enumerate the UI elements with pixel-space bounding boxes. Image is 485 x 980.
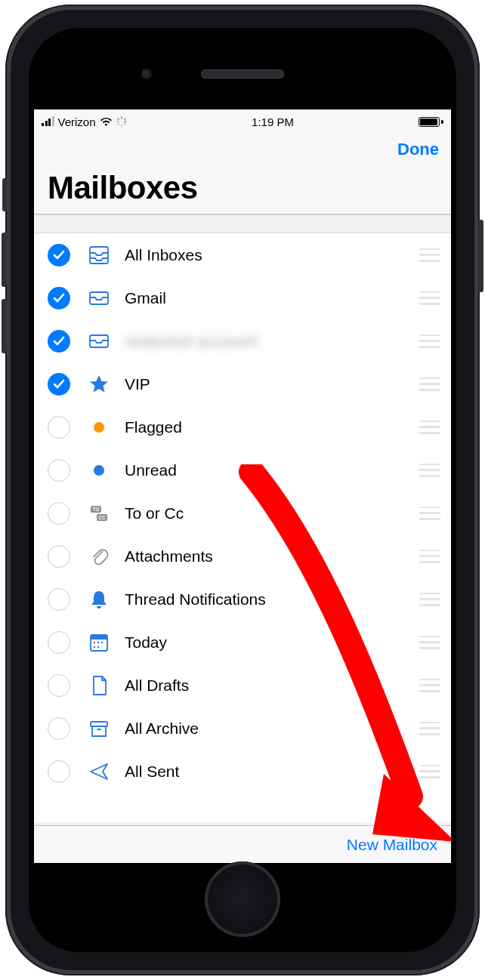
mailbox-row[interactable]: Gmail: [34, 276, 451, 319]
done-button[interactable]: Done: [397, 140, 439, 159]
mailbox-row[interactable]: VIP: [34, 362, 451, 405]
calendar-icon: [84, 631, 114, 654]
checkbox[interactable]: [48, 459, 70, 482]
svg-rect-6: [117, 123, 119, 125]
nav-title-wrap: Mailboxes: [34, 161, 451, 214]
cellular-signal-icon: [42, 117, 54, 126]
doc-icon: [84, 674, 114, 697]
mailbox-row[interactable]: Unread: [34, 448, 451, 492]
mailbox-row[interactable]: Attachments: [34, 535, 451, 578]
wifi-icon: [100, 117, 113, 127]
carrier-label: Verizon: [58, 116, 96, 128]
checkbox[interactable]: [48, 674, 70, 697]
mailbox-list: All Inboxes Gmail redacted account: [34, 214, 451, 822]
volume-up: [2, 233, 7, 287]
mailbox-row[interactable]: All Sent: [34, 750, 451, 793]
reorder-handle-icon[interactable]: [419, 765, 440, 778]
status-bar: Verizon 1:19 PM: [34, 109, 451, 132]
activity-spinner-icon: [116, 116, 127, 127]
mailbox-label: Today: [125, 633, 419, 652]
mailbox-label: Attachments: [125, 547, 419, 566]
reorder-handle-icon[interactable]: [419, 507, 440, 520]
mailbox-label: All Drafts: [125, 676, 419, 695]
mailbox-label: Thread Notifications: [125, 590, 419, 609]
checkbox[interactable]: [48, 287, 70, 310]
power-button: [478, 220, 483, 292]
mailbox-row[interactable]: To or Cc: [34, 492, 451, 535]
svg-rect-2: [116, 122, 119, 122]
mailbox-label: Unread: [125, 461, 419, 479]
clock: 1:19 PM: [252, 116, 294, 128]
mailbox-label: All Inboxes: [125, 246, 419, 264]
reorder-handle-icon[interactable]: [419, 334, 440, 348]
mailbox-row[interactable]: All Inboxes: [34, 233, 451, 276]
mailbox-label: redacted account: [125, 332, 419, 350]
mailbox-label: All Sent: [125, 763, 419, 781]
page-title: Mailboxes: [48, 170, 437, 206]
mailbox-label: All Archive: [125, 720, 419, 738]
front-camera: [141, 69, 152, 79]
section-spacer: [34, 215, 451, 233]
dot-orange-icon: [84, 416, 114, 439]
checkbox[interactable]: [48, 330, 70, 353]
tray-icon: [84, 287, 114, 310]
checkbox[interactable]: [48, 416, 70, 439]
battery-icon: [419, 117, 443, 127]
dot-blue-icon: [84, 459, 114, 482]
svg-rect-5: [124, 118, 126, 120]
home-button: [205, 861, 280, 937]
archive-icon: [84, 717, 114, 740]
mailbox-label: Gmail: [125, 289, 419, 307]
mute-switch: [2, 178, 7, 211]
mailbox-label: To or Cc: [125, 504, 419, 522]
mailbox-row[interactable]: All Archive: [34, 707, 451, 750]
checkbox[interactable]: [48, 244, 70, 267]
reorder-handle-icon[interactable]: [419, 378, 440, 391]
paperclip-icon: [84, 545, 114, 568]
mailbox-label: Flagged: [125, 418, 419, 436]
earpiece-speaker: [201, 69, 284, 79]
tray-icon: [84, 330, 114, 353]
mailbox-row[interactable]: Today: [34, 621, 451, 664]
new-mailbox-button[interactable]: New Mailbox: [347, 836, 437, 854]
mailbox-row[interactable]: Flagged: [34, 405, 451, 448]
svg-rect-7: [124, 123, 126, 125]
reorder-handle-icon[interactable]: [419, 464, 440, 477]
tray-2-icon: [84, 244, 114, 267]
send-icon: [84, 760, 114, 783]
mailbox-row[interactable]: All Drafts: [34, 664, 451, 707]
reorder-handle-icon[interactable]: [419, 679, 440, 692]
bottom-toolbar: New Mailbox: [34, 825, 451, 863]
reorder-handle-icon[interactable]: [419, 291, 440, 305]
reorder-handle-icon[interactable]: [419, 550, 440, 563]
svg-rect-1: [121, 125, 122, 127]
reorder-handle-icon[interactable]: [419, 593, 440, 606]
bell-icon: [84, 588, 114, 611]
star-icon: [84, 373, 114, 396]
screen: Verizon 1:19 PM: [34, 109, 451, 863]
to-cc-icon: [84, 502, 114, 525]
checkbox[interactable]: [48, 760, 70, 783]
checkbox[interactable]: [48, 588, 70, 611]
reorder-handle-icon[interactable]: [419, 636, 440, 649]
reorder-handle-icon[interactable]: [419, 722, 440, 735]
mailbox-label: VIP: [125, 375, 419, 393]
reorder-handle-icon[interactable]: [419, 248, 440, 262]
checkbox[interactable]: [48, 717, 70, 740]
volume-down: [2, 299, 7, 353]
reorder-handle-icon[interactable]: [419, 421, 440, 434]
checkbox[interactable]: [48, 631, 70, 654]
nav-bar: Done: [34, 132, 451, 161]
mailbox-row[interactable]: redacted account: [34, 319, 451, 362]
checkbox[interactable]: [48, 545, 70, 568]
svg-rect-4: [117, 118, 119, 120]
checkbox[interactable]: [48, 502, 70, 525]
phone-frame: Verizon 1:19 PM: [5, 5, 480, 975]
checkbox[interactable]: [48, 373, 70, 396]
svg-rect-3: [124, 122, 126, 122]
svg-rect-0: [121, 116, 122, 119]
mailbox-row[interactable]: Thread Notifications: [34, 578, 451, 621]
